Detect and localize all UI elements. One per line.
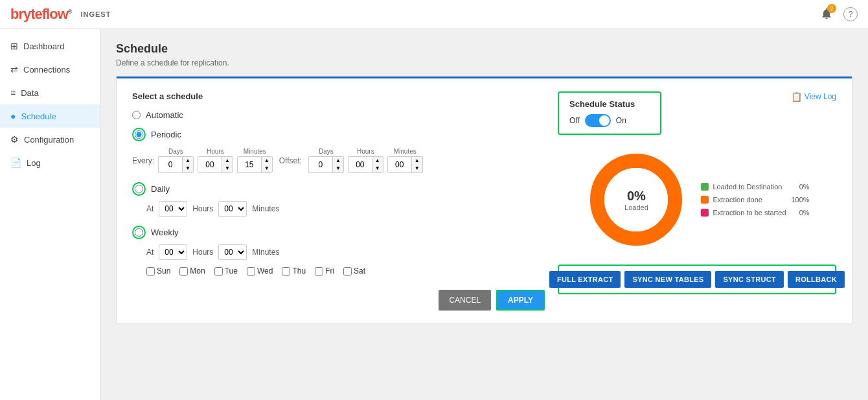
daily-label[interactable]: Daily xyxy=(151,184,170,194)
automatic-label[interactable]: Automatic xyxy=(146,110,183,120)
daily-section: Daily At 0001061218 Hours 00153045 Minut… xyxy=(132,182,545,217)
daily-at-select[interactable]: 0001061218 xyxy=(159,201,187,217)
daily-at-label: At xyxy=(146,204,154,213)
minutes-input[interactable]: 15 xyxy=(238,159,261,171)
sidebar-label-configuration: Configuration xyxy=(24,135,74,145)
weekday-mon[interactable]: Mon xyxy=(179,266,205,276)
offset-minutes-up[interactable]: ▲ xyxy=(412,157,422,165)
weekly-radio-outline xyxy=(132,226,146,239)
cb-tue[interactable] xyxy=(214,267,223,276)
toggle-slider xyxy=(585,114,611,127)
offset-hours-down[interactable]: ▼ xyxy=(372,165,383,172)
hours-input[interactable]: 00 xyxy=(198,159,222,171)
cancel-button[interactable]: CANCEL xyxy=(439,290,491,311)
weekday-sun[interactable]: Sun xyxy=(146,266,170,276)
apply-button[interactable]: APPLY xyxy=(496,290,545,311)
periodic-radio[interactable] xyxy=(135,130,143,139)
sidebar-item-dashboard[interactable]: ⊞ Dashboard xyxy=(0,34,100,58)
days-label: Days xyxy=(168,148,183,155)
help-icon[interactable]: ? xyxy=(843,7,858,21)
legend-name-0: Loaded to Destination xyxy=(713,183,786,191)
offset-minutes-spinner[interactable]: 00 ▲ ▼ xyxy=(387,156,423,173)
weekday-thu[interactable]: Thu xyxy=(282,266,306,276)
sync-struct-button[interactable]: SYNC STRUCT xyxy=(715,271,784,288)
notification-icon[interactable]: 2 xyxy=(820,7,833,22)
weekly-fields: At 00061218 Hours 00153045 Minutes xyxy=(146,244,545,260)
hours-spinner[interactable]: 00 ▲ ▼ xyxy=(198,156,233,173)
configuration-icon: ⚙ xyxy=(10,134,19,145)
weekly-at-select[interactable]: 00061218 xyxy=(159,244,187,260)
weekly-hours-select[interactable]: 00153045 xyxy=(218,244,247,260)
offset-minutes-down[interactable]: ▼ xyxy=(412,165,422,172)
weekday-tue[interactable]: Tue xyxy=(214,266,238,276)
cb-sun[interactable] xyxy=(146,267,155,276)
legend-item-1: Extraction done 100% xyxy=(701,196,809,204)
sidebar-item-data[interactable]: ≡ Data xyxy=(0,81,100,104)
weekly-at-label: At xyxy=(146,248,154,257)
offset-days-down[interactable]: ▼ xyxy=(333,165,343,172)
full-extract-button[interactable]: FULL EXTRACT xyxy=(549,271,621,288)
sidebar-label-log: Log xyxy=(27,158,41,168)
offset-days-spinner[interactable]: 0 ▲ ▼ xyxy=(308,156,344,173)
minutes-label: Minutes xyxy=(244,148,266,155)
minutes-spinner[interactable]: 15 ▲ ▼ xyxy=(237,156,273,173)
schedule-toggle[interactable] xyxy=(585,114,611,127)
hours-up[interactable]: ▲ xyxy=(222,157,233,165)
sidebar-item-log[interactable]: 📄 Log xyxy=(0,151,100,174)
weekday-wed[interactable]: Wed xyxy=(247,266,273,276)
automatic-radio[interactable] xyxy=(132,111,141,119)
periodic-radio-outline xyxy=(132,128,146,141)
minutes-arrows[interactable]: ▲ ▼ xyxy=(261,157,272,172)
sidebar-item-configuration[interactable]: ⚙ Configuration xyxy=(0,128,100,151)
days-arrows[interactable]: ▲ ▼ xyxy=(182,157,193,172)
offset-hours-spinner[interactable]: 00 ▲ ▼ xyxy=(348,156,383,173)
minutes-down[interactable]: ▼ xyxy=(262,165,272,172)
hours-field: Hours 00 ▲ ▼ xyxy=(198,148,233,173)
weekly-radio[interactable] xyxy=(135,228,143,237)
offset-label: Offset: xyxy=(279,156,302,165)
weekdays-row: Sun Mon Tue Wed Thu Fri Sat xyxy=(146,266,545,276)
days-spinner[interactable]: 0 ▲ ▼ xyxy=(158,156,194,173)
periodic-label[interactable]: Periodic xyxy=(151,130,181,139)
weekday-sat[interactable]: Sat xyxy=(343,266,365,276)
offset-hours-input[interactable]: 00 xyxy=(348,159,372,171)
cb-wed[interactable] xyxy=(247,267,255,276)
page-title: Schedule xyxy=(116,42,852,56)
days-input[interactable]: 0 xyxy=(159,159,182,171)
offset-minutes-arrows[interactable]: ▲ ▼ xyxy=(411,157,422,172)
days-up[interactable]: ▲ xyxy=(183,157,193,165)
minutes-up[interactable]: ▲ xyxy=(262,157,272,165)
offset-days-up[interactable]: ▲ xyxy=(333,157,343,165)
offset-minutes-input[interactable]: 00 xyxy=(388,159,411,171)
hours-down[interactable]: ▼ xyxy=(222,165,233,172)
label-tue: Tue xyxy=(225,266,238,276)
periodic-row: Periodic xyxy=(132,128,545,141)
offset-days-input[interactable]: 0 xyxy=(309,159,332,171)
daily-hours-select[interactable]: 00153045 xyxy=(218,201,247,217)
brand-name: bryteflow xyxy=(10,6,68,22)
cb-sat[interactable] xyxy=(343,267,352,276)
navbar: bryteflow® INGEST 2 ? xyxy=(0,0,868,29)
weekday-fri[interactable]: Fri xyxy=(315,266,334,276)
sync-new-tables-button[interactable]: SYNC NEW TABLES xyxy=(624,271,711,288)
offset-hours-arrows[interactable]: ▲ ▼ xyxy=(372,157,383,172)
content-area: Schedule Define a schedule for replicati… xyxy=(100,29,868,400)
weekly-row: Weekly xyxy=(132,226,545,239)
days-down[interactable]: ▼ xyxy=(183,165,193,172)
sidebar-item-connections[interactable]: ⇄ Connections xyxy=(0,58,100,81)
offset-hours-up[interactable]: ▲ xyxy=(372,157,383,165)
rollback-button[interactable]: ROLLBACK xyxy=(788,271,845,288)
status-box-title: Schedule Status xyxy=(569,99,650,109)
weekly-label[interactable]: Weekly xyxy=(151,228,178,237)
offset-days-arrows[interactable]: ▲ ▼ xyxy=(332,157,343,172)
cb-mon[interactable] xyxy=(179,267,188,276)
view-log-link[interactable]: 📋 View Log xyxy=(791,91,836,102)
offset-days-label: Days xyxy=(319,148,334,155)
daily-radio[interactable] xyxy=(135,185,143,193)
cb-fri[interactable] xyxy=(315,267,323,276)
sidebar-item-schedule[interactable]: ● Schedule xyxy=(0,104,100,128)
cb-thu[interactable] xyxy=(282,267,290,276)
main-layout: ⊞ Dashboard ⇄ Connections ≡ Data ● Sched… xyxy=(0,29,868,400)
daily-minutes-label: Minutes xyxy=(252,204,279,213)
hours-arrows[interactable]: ▲ ▼ xyxy=(222,157,233,172)
